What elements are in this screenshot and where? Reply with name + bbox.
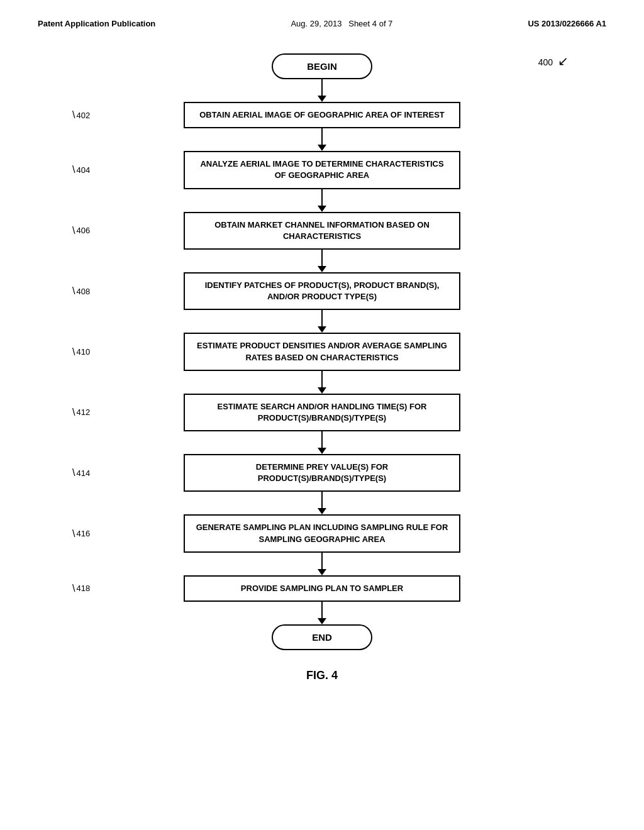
page: Patent Application Publication Aug. 29, … <box>0 0 644 830</box>
arrow-7 <box>318 492 326 514</box>
step-num-406: \406 <box>72 225 90 236</box>
arrow-line <box>321 250 323 266</box>
step-id-404: 404 <box>76 165 90 175</box>
flowchart-diagram: 400 ↙ BEGIN \402OBTAIN AERIAL IMAGE OF G… <box>38 53 606 682</box>
step-num-412: \412 <box>72 407 90 418</box>
box-wrapper-416: GENERATE SAMPLING PLAN INCLUDING SAMPLIN… <box>38 514 606 552</box>
step-id-416: 416 <box>76 529 90 538</box>
process-box-406: OBTAIN MARKET CHANNEL INFORMATION BASED … <box>184 212 460 250</box>
arrow-6 <box>318 431 326 454</box>
arrow-line <box>321 189 323 206</box>
step-row-416: \416GENERATE SAMPLING PLAN INCLUDING SAM… <box>38 514 606 552</box>
step-id-402: 402 <box>76 111 90 120</box>
box-wrapper-414: DETERMINE PREY VALUE(S) FOR PRODUCT(S)/B… <box>38 454 606 492</box>
end-box: END <box>272 624 372 650</box>
box-wrapper-418: PROVIDE SAMPLING PLAN TO SAMPLER <box>38 575 606 602</box>
diagram-ref-label: 400 ↙ <box>538 53 569 69</box>
arrow-head <box>318 266 326 272</box>
box-wrapper-410: ESTIMATE PRODUCT DENSITIES AND/OR AVERAG… <box>38 333 606 370</box>
process-box-416: GENERATE SAMPLING PLAN INCLUDING SAMPLIN… <box>184 514 460 552</box>
step-row-410: \410ESTIMATE PRODUCT DENSITIES AND/OR AV… <box>38 333 606 370</box>
step-id-406: 406 <box>76 226 90 235</box>
step-slash-icon-414: \ <box>72 467 75 479</box>
step-row-404: \404ANALYZE AERIAL IMAGE TO DETERMINE CH… <box>38 151 606 189</box>
process-box-408: IDENTIFY PATCHES OF PRODUCT(S), PRODUCT … <box>184 272 460 310</box>
figure-label: FIG. 4 <box>306 669 338 682</box>
arrow-line <box>321 371 323 387</box>
arrow-head <box>318 145 326 151</box>
step-slash-icon-416: \ <box>72 528 75 540</box>
arrow-head <box>318 96 326 102</box>
arrow-3 <box>318 250 326 272</box>
arrow-head <box>318 326 326 333</box>
ref-arrow-icon: ↙ <box>558 54 569 68</box>
step-slash-icon-418: \ <box>72 583 75 594</box>
step-row-414: \414DETERMINE PREY VALUE(S) FOR PRODUCT(… <box>38 454 606 492</box>
process-box-404: ANALYZE AERIAL IMAGE TO DETERMINE CHARAC… <box>184 151 460 189</box>
arrow-2 <box>318 189 326 212</box>
header-sheet: Sheet 4 of 7 <box>348 19 392 28</box>
step-num-410: \410 <box>72 346 90 358</box>
header-center: Aug. 29, 2013 Sheet 4 of 7 <box>291 19 392 28</box>
arrow-head <box>318 448 326 454</box>
header-right: US 2013/0226666 A1 <box>528 19 606 28</box>
step-num-416: \416 <box>72 528 90 540</box>
box-wrapper-406: OBTAIN MARKET CHANNEL INFORMATION BASED … <box>38 212 606 250</box>
step-num-414: \414 <box>72 467 90 479</box>
end-section: END <box>38 602 606 650</box>
process-box-412: ESTIMATE SEARCH AND/OR HANDLING TIME(S) … <box>184 394 460 431</box>
process-box-418: PROVIDE SAMPLING PLAN TO SAMPLER <box>184 575 460 602</box>
step-slash-icon-410: \ <box>72 346 75 358</box>
step-slash-icon-404: \ <box>72 164 75 175</box>
step-slash-icon-408: \ <box>72 285 75 297</box>
arrow-line <box>321 553 323 569</box>
arrow-line <box>321 492 323 508</box>
step-row-406: \406OBTAIN MARKET CHANNEL INFORMATION BA… <box>38 212 606 250</box>
arrow-4 <box>318 310 326 333</box>
step-num-404: \404 <box>72 164 90 175</box>
arrow-head <box>318 508 326 514</box>
arrow-head <box>318 206 326 212</box>
process-box-402: OBTAIN AERIAL IMAGE OF GEOGRAPHIC AREA O… <box>184 102 460 128</box>
header-left: Patent Application Publication <box>38 19 155 28</box>
box-wrapper-404: ANALYZE AERIAL IMAGE TO DETERMINE CHARAC… <box>38 151 606 189</box>
header-date: Aug. 29, 2013 <box>291 19 341 28</box>
arrow-line <box>321 128 323 145</box>
step-row-402: \402OBTAIN AERIAL IMAGE OF GEOGRAPHIC AR… <box>38 102 606 128</box>
box-wrapper-402: OBTAIN AERIAL IMAGE OF GEOGRAPHIC AREA O… <box>38 102 606 128</box>
arrow-to-end <box>318 602 326 624</box>
process-box-410: ESTIMATE PRODUCT DENSITIES AND/OR AVERAG… <box>184 333 460 370</box>
page-header: Patent Application Publication Aug. 29, … <box>38 19 606 28</box>
arrow-line <box>321 431 323 448</box>
arrow-5 <box>318 371 326 394</box>
begin-box: BEGIN <box>272 53 372 79</box>
step-id-418: 418 <box>76 584 90 593</box>
arrow-line <box>321 79 323 96</box>
arrow-1 <box>318 128 326 151</box>
arrow-head <box>318 569 326 575</box>
step-num-408: \408 <box>72 285 90 297</box>
arrow-0 <box>318 79 326 102</box>
step-slash-icon-402: \ <box>72 109 75 121</box>
step-id-414: 414 <box>76 468 90 478</box>
step-id-410: 410 <box>76 347 90 357</box>
step-row-418: \418PROVIDE SAMPLING PLAN TO SAMPLER <box>38 575 606 602</box>
steps-container: \402OBTAIN AERIAL IMAGE OF GEOGRAPHIC AR… <box>38 79 606 602</box>
step-num-418: \418 <box>72 583 90 594</box>
step-id-408: 408 <box>76 287 90 296</box>
box-wrapper-408: IDENTIFY PATCHES OF PRODUCT(S), PRODUCT … <box>38 272 606 310</box>
arrow-head <box>318 618 326 624</box>
step-row-408: \408IDENTIFY PATCHES OF PRODUCT(S), PROD… <box>38 272 606 310</box>
arrow-line <box>321 602 323 618</box>
box-wrapper-412: ESTIMATE SEARCH AND/OR HANDLING TIME(S) … <box>38 394 606 431</box>
arrow-line <box>321 310 323 326</box>
step-row-412: \412ESTIMATE SEARCH AND/OR HANDLING TIME… <box>38 394 606 431</box>
step-num-402: \402 <box>72 109 90 121</box>
arrow-head <box>318 387 326 394</box>
arrow-8 <box>318 553 326 575</box>
step-id-412: 412 <box>76 407 90 417</box>
process-box-414: DETERMINE PREY VALUE(S) FOR PRODUCT(S)/B… <box>184 454 460 492</box>
step-slash-icon-406: \ <box>72 225 75 236</box>
step-slash-icon-412: \ <box>72 407 75 418</box>
